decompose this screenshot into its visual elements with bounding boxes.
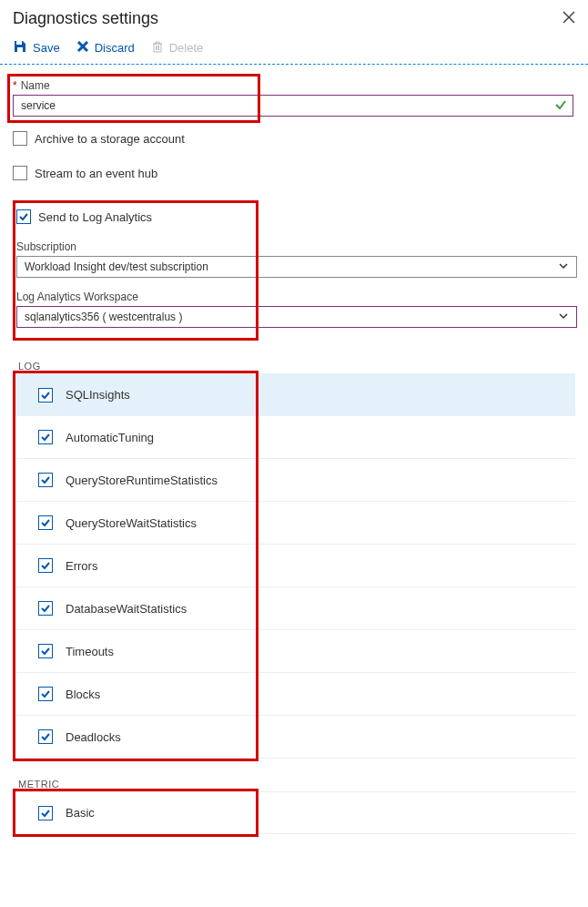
name-input[interactable] — [19, 98, 554, 113]
list-item[interactable]: Blocks — [13, 673, 575, 716]
required-star: * — [13, 79, 17, 92]
save-icon — [13, 39, 27, 56]
list-item[interactable]: QueryStoreWaitStatistics — [13, 502, 575, 545]
item-checkbox[interactable] — [38, 729, 53, 744]
send-checkbox[interactable] — [16, 209, 31, 224]
list-item[interactable]: SQLInsights — [13, 373, 575, 416]
item-checkbox[interactable] — [38, 806, 53, 820]
metric-section-label: METRIC — [18, 779, 575, 790]
item-checkbox[interactable] — [38, 473, 53, 487]
delete-label: Delete — [169, 41, 204, 55]
list-item[interactable]: Timeouts — [13, 630, 575, 673]
stream-label: Stream to an event hub — [35, 167, 157, 180]
subscription-label: Subscription — [16, 240, 572, 253]
chevron-down-icon — [558, 260, 569, 274]
list-item[interactable]: Basic — [13, 791, 575, 834]
list-item[interactable]: Deadlocks — [13, 716, 575, 759]
toolbar: Save Discard Delete — [0, 34, 588, 65]
archive-checkbox[interactable] — [13, 131, 27, 146]
item-checkbox[interactable] — [38, 430, 53, 444]
save-label: Save — [33, 41, 60, 55]
item-label: Basic — [66, 806, 95, 820]
list-item[interactable]: Errors — [13, 545, 575, 587]
subscription-select[interactable]: Workload Insight dev/test subscription — [16, 256, 577, 278]
send-label: Send to Log Analytics — [38, 210, 152, 224]
list-item[interactable]: QueryStoreRuntimeStatistics — [13, 459, 575, 502]
item-label: SQLInsights — [66, 388, 130, 402]
trash-icon — [151, 40, 164, 56]
item-label: QueryStoreWaitStatistics — [66, 516, 197, 530]
page-title: Diagnostics settings — [13, 9, 158, 28]
workspace-select[interactable]: sqlanalytics356 ( westcentralus ) — [16, 306, 577, 328]
item-label: QueryStoreRuntimeStatistics — [66, 474, 218, 487]
archive-label: Archive to a storage account — [35, 132, 185, 146]
chevron-down-icon — [558, 311, 569, 324]
item-checkbox[interactable] — [38, 515, 53, 530]
workspace-label: Log Analytics Workspace — [16, 290, 572, 303]
item-label: DatabaseWaitStatistics — [66, 602, 187, 616]
name-label: *Name — [13, 79, 575, 92]
discard-icon — [76, 40, 89, 56]
list-item[interactable]: AutomaticTuning — [13, 416, 575, 459]
log-section-label: LOG — [18, 361, 575, 372]
discard-button[interactable]: Discard — [76, 40, 135, 56]
save-button[interactable]: Save — [13, 39, 60, 56]
item-label: Deadlocks — [66, 730, 121, 744]
item-label: Timeouts — [66, 645, 114, 658]
delete-button: Delete — [151, 40, 204, 56]
check-ok-icon — [554, 98, 567, 114]
subscription-value: Workload Insight dev/test subscription — [25, 260, 208, 273]
metric-list: Basic — [13, 791, 575, 834]
stream-checkbox[interactable] — [13, 166, 27, 180]
item-checkbox[interactable] — [38, 388, 53, 403]
workspace-value: sqlanalytics356 ( westcentralus ) — [25, 311, 182, 323]
item-label: AutomaticTuning — [66, 431, 154, 444]
svg-rect-1 — [16, 41, 22, 45]
item-checkbox[interactable] — [38, 644, 53, 658]
discard-label: Discard — [95, 41, 135, 55]
svg-rect-0 — [17, 47, 23, 52]
log-list: SQLInsightsAutomaticTuningQueryStoreRunt… — [13, 373, 575, 759]
item-label: Errors — [66, 559, 97, 573]
item-checkbox[interactable] — [38, 687, 53, 701]
item-label: Blocks — [66, 688, 100, 701]
list-item[interactable]: DatabaseWaitStatistics — [13, 587, 575, 630]
close-icon[interactable] — [563, 11, 575, 26]
item-checkbox[interactable] — [38, 601, 53, 616]
item-checkbox[interactable] — [38, 558, 53, 573]
